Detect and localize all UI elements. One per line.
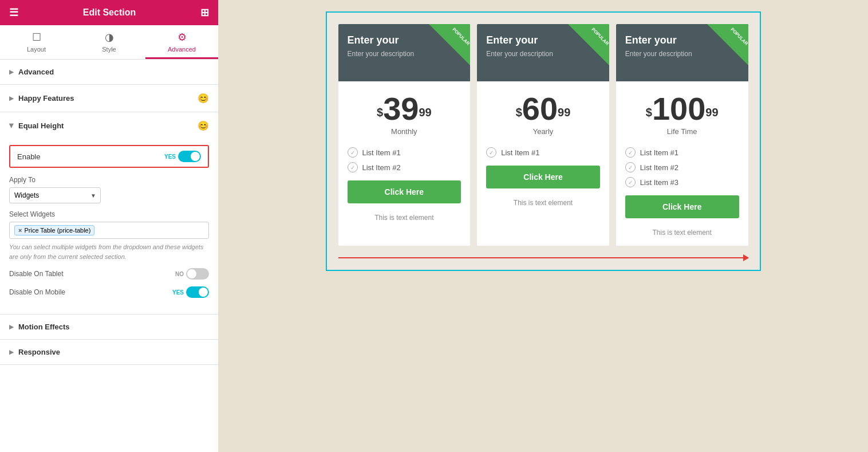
disable-tablet-toggle-wrap: NO xyxy=(175,268,209,280)
click-btn-monthly[interactable]: Click Here xyxy=(348,180,461,203)
grid-icon[interactable]: ⊞ xyxy=(200,6,209,19)
price-period-lifetime: Life Time xyxy=(625,127,739,136)
list-item-yearly-1-label: List Item #1 xyxy=(501,148,539,157)
price-line-lifetime: $10099 xyxy=(625,93,739,125)
accordion-advanced-header[interactable]: ▶ Advanced xyxy=(0,60,218,84)
disable-tablet-toggle[interactable] xyxy=(186,268,209,280)
tab-style[interactable]: ◑ Style xyxy=(73,25,145,59)
disable-mobile-toggle-wrap: YES xyxy=(172,286,209,298)
check-icon-lifetime-1: ✓ xyxy=(625,147,636,158)
enable-row: Enable YES xyxy=(9,145,209,168)
arrow-motion-icon: ▶ xyxy=(9,324,14,330)
price-amount-lifetime: 100 xyxy=(652,91,705,127)
price-amount-monthly: 39 xyxy=(383,91,419,127)
list-item-2: ✓ List Item #2 xyxy=(348,162,461,172)
accordion-happy-features-label: Happy Features xyxy=(18,94,74,103)
check-icon: ✓ xyxy=(348,147,358,158)
accordion-happy-features-header[interactable]: ▶ Happy Features 😊 xyxy=(0,85,218,112)
accordion-equal-height-label: Equal Height xyxy=(18,121,64,130)
price-dollar-lifetime: $ xyxy=(646,106,652,119)
tab-advanced[interactable]: ⚙ Advanced xyxy=(145,25,218,59)
card-header-yearly: Enter your Enter your description POPULA… xyxy=(477,24,609,81)
accordion-equal-height-header[interactable]: ▶ Equal Height 😊 xyxy=(0,112,218,139)
price-cents-lifetime: 99 xyxy=(705,106,718,119)
price-period-monthly: Monthly xyxy=(348,127,461,136)
arrow-responsive-icon: ▶ xyxy=(9,349,14,355)
accordion-advanced-label: Advanced xyxy=(18,68,54,76)
list-item-label-2: List Item #2 xyxy=(362,163,401,172)
disable-tablet-label: Disable On Tablet xyxy=(9,270,64,278)
list-item-lifetime-1-label: List Item #1 xyxy=(640,148,678,157)
advanced-icon: ⚙ xyxy=(177,31,187,44)
tag-remove-icon[interactable]: × xyxy=(18,227,22,234)
disable-mobile-label: Disable On Mobile xyxy=(9,288,65,296)
tag-input[interactable]: × Price Table (price-table) xyxy=(9,222,209,239)
happy-features-icon: 😊 xyxy=(198,93,209,104)
pricing-section: Enter your Enter your description POPULA… xyxy=(326,11,761,271)
tabs-row: ☐ Layout ◑ Style ⚙ Advanced xyxy=(0,25,218,60)
accordion-responsive: ▶ Responsive xyxy=(0,340,218,365)
list-item-lifetime-2-label: List Item #2 xyxy=(640,163,678,172)
price-period-yearly: Yearly xyxy=(486,127,600,136)
check-icon-lifetime-3: ✓ xyxy=(625,177,636,187)
card-body-monthly: ✓ List Item #1 ✓ List Item #2 Click Here… xyxy=(338,142,471,246)
accordion-equal-height: ▶ Equal Height 😊 Enable YES Apply To Wid… xyxy=(0,112,218,315)
left-panel: ☰ Edit Section ⊞ ☐ Layout ◑ Style ⚙ Adva… xyxy=(0,0,218,452)
list-item-lifetime-2: ✓ List Item #2 xyxy=(625,162,739,172)
red-arrow xyxy=(338,257,748,258)
pricing-card-yearly: Enter your Enter your description POPULA… xyxy=(477,24,609,246)
price-cents-yearly: 99 xyxy=(558,106,570,119)
popular-triangle-yearly xyxy=(568,24,609,65)
tab-style-label: Style xyxy=(102,46,116,53)
arrow-right-icon-2: ▶ xyxy=(9,95,14,101)
tab-advanced-label: Advanced xyxy=(168,46,196,53)
click-btn-lifetime[interactable]: Click Here xyxy=(625,195,739,218)
text-element-monthly: This is text element xyxy=(348,214,461,222)
text-element-yearly: This is text element xyxy=(486,199,600,207)
accordion-motion-label: Motion Effects xyxy=(18,323,70,331)
accordion-advanced: ▶ Advanced xyxy=(0,60,218,85)
check-icon-yearly-1: ✓ xyxy=(486,147,496,158)
toggle-yes-label-2: YES xyxy=(172,289,184,296)
tag-label: Price Table (price-table) xyxy=(24,227,90,234)
list-item-lifetime-3: ✓ List Item #3 xyxy=(625,177,739,187)
price-dollar-yearly: $ xyxy=(516,106,522,119)
arrow-down-icon: ▶ xyxy=(9,124,15,128)
apply-to-label: Apply To xyxy=(9,176,209,184)
right-content: Enter your Enter your description POPULA… xyxy=(218,0,868,452)
enable-label: Enable xyxy=(17,152,40,161)
apply-to-select-wrap: Widgets Columns xyxy=(9,187,101,203)
card-body-yearly: ✓ List Item #1 Click Here This is text e… xyxy=(477,142,609,246)
select-widgets-label: Select Widgets xyxy=(9,210,209,218)
hint-text: You can select multiple widgets from the… xyxy=(9,242,209,261)
list-item-label: List Item #1 xyxy=(362,148,401,157)
check-icon-lifetime-2: ✓ xyxy=(625,162,636,172)
toggle-yes-label: YES xyxy=(164,154,176,160)
red-arrow-row xyxy=(338,255,748,258)
list-item: ✓ List Item #1 xyxy=(348,147,461,158)
list-item-yearly-1: ✓ List Item #1 xyxy=(486,147,600,158)
check-icon-2: ✓ xyxy=(348,162,358,172)
price-amount-yearly: 60 xyxy=(522,91,558,127)
popular-triangle-lifetime xyxy=(707,24,748,65)
tab-layout[interactable]: ☐ Layout xyxy=(0,25,73,59)
popular-triangle-monthly xyxy=(429,24,470,65)
apply-to-select[interactable]: Widgets Columns xyxy=(9,187,101,203)
list-item-lifetime-1: ✓ List Item #1 xyxy=(625,147,739,158)
disable-mobile-toggle[interactable] xyxy=(186,286,209,298)
price-line-yearly: $6099 xyxy=(486,93,600,125)
accordion-responsive-header[interactable]: ▶ Responsive xyxy=(0,340,218,364)
apply-to-row: Apply To Widgets Columns xyxy=(9,176,209,203)
toggle-no-label: NO xyxy=(175,271,184,277)
enable-toggle[interactable] xyxy=(178,151,201,162)
click-btn-yearly[interactable]: Click Here xyxy=(486,166,600,188)
accordion-responsive-label: Responsive xyxy=(18,348,60,356)
price-dollar-monthly: $ xyxy=(377,106,383,119)
tab-layout-label: Layout xyxy=(27,46,46,53)
widget-tag: × Price Table (price-table) xyxy=(14,225,94,235)
disable-tablet-row: Disable On Tablet NO xyxy=(9,268,209,280)
price-line-monthly: $3999 xyxy=(348,93,461,125)
accordion-motion-effects: ▶ Motion Effects xyxy=(0,315,218,340)
accordion-motion-effects-header[interactable]: ▶ Motion Effects xyxy=(0,315,218,339)
hamburger-icon[interactable]: ☰ xyxy=(9,6,18,19)
